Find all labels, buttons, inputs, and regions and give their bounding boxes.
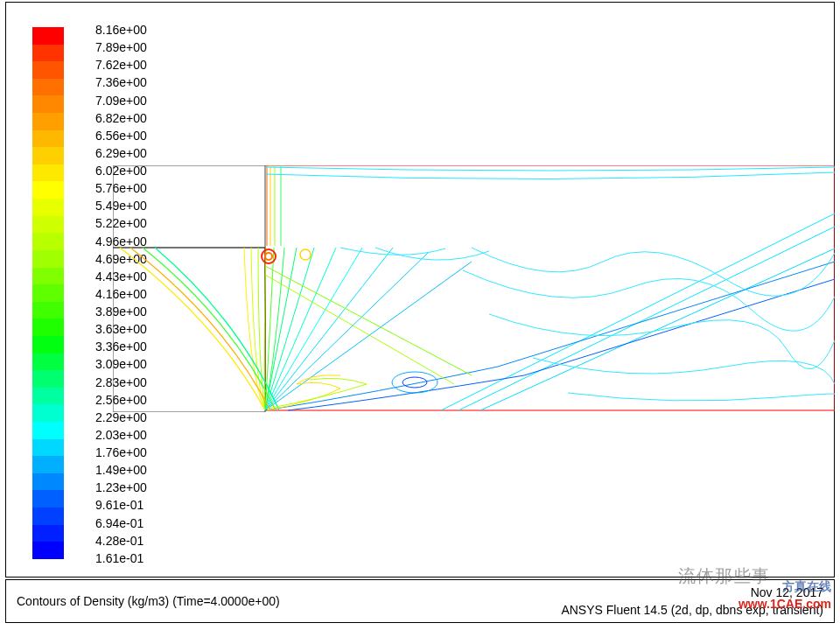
- color-swatch: [32, 95, 64, 113]
- scale-label: 7.09e+00: [95, 94, 147, 107]
- color-swatch: [32, 439, 64, 457]
- svg-point-8: [392, 372, 438, 393]
- scale-label: 7.89e+00: [95, 41, 147, 53]
- plot-title: Contours of Density (kg/m3) (Time=4.0000…: [17, 594, 280, 608]
- svg-point-3: [300, 249, 311, 260]
- color-swatch: [32, 233, 64, 250]
- scale-label: 6.29e+00: [95, 147, 147, 159]
- color-swatch: [32, 354, 64, 371]
- color-swatch: [32, 250, 64, 268]
- scale-label: 1.23e+00: [95, 481, 147, 494]
- color-swatch: [32, 388, 64, 405]
- color-swatch: [32, 147, 64, 164]
- watermark-brand: 方真在线: [782, 579, 831, 595]
- color-swatch: [32, 45, 64, 62]
- color-swatch: [32, 422, 64, 439]
- color-swatch: [32, 164, 64, 182]
- color-swatch: [32, 284, 64, 302]
- color-swatch: [32, 61, 64, 79]
- scale-label: 1.61e-01: [95, 552, 147, 564]
- color-swatch: [32, 508, 64, 525]
- color-swatch: [32, 490, 64, 508]
- contour-plot: [113, 165, 835, 412]
- scale-label: 2.29e+00: [95, 411, 147, 424]
- color-swatch: [32, 113, 64, 130]
- scale-label: 1.49e+00: [95, 464, 147, 476]
- scale-label: 7.36e+00: [95, 76, 147, 88]
- scale-label: 2.03e+00: [95, 429, 147, 441]
- scale-label: 1.76e+00: [95, 446, 147, 458]
- color-swatch: [32, 79, 64, 96]
- color-bar: [32, 27, 64, 559]
- scale-label: 9.61e-01: [95, 499, 147, 511]
- color-swatch: [32, 456, 64, 473]
- scale-label: 6.94e-01: [95, 517, 147, 529]
- watermark-text: 流体那些事: [678, 564, 770, 588]
- color-swatch: [32, 404, 64, 422]
- watermark-url: www.1CAE.com: [738, 597, 831, 611]
- color-swatch: [32, 199, 64, 216]
- color-swatch: [32, 268, 64, 285]
- color-swatch: [32, 370, 64, 388]
- color-swatch: [32, 27, 64, 45]
- color-swatch: [32, 473, 64, 491]
- color-swatch: [32, 302, 64, 319]
- scale-label: 6.56e+00: [95, 130, 147, 142]
- scale-label: 7.62e+00: [95, 59, 147, 71]
- color-swatch: [32, 318, 64, 336]
- color-swatch: [32, 216, 64, 234]
- color-swatch: [32, 542, 64, 559]
- color-swatch: [32, 336, 64, 354]
- color-swatch: [32, 525, 64, 542]
- scale-label: 4.28e-01: [95, 535, 147, 547]
- plot-frame: 8.16e+007.89e+007.62e+007.36e+007.09e+00…: [5, 2, 835, 578]
- color-swatch: [32, 181, 64, 199]
- scale-label: 8.16e+00: [95, 24, 147, 36]
- svg-rect-0: [113, 248, 265, 412]
- color-swatch: [32, 130, 64, 148]
- scale-label: 6.82e+00: [95, 112, 147, 124]
